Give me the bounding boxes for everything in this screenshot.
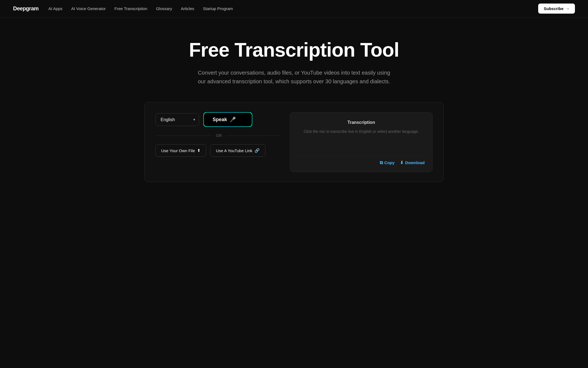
nav-link-ai-apps[interactable]: AI Apps bbox=[48, 6, 63, 11]
page-title: Free Transcription Tool bbox=[189, 39, 399, 61]
tool-controls: EnglishSpanishFrenchGermanJapaneseChines… bbox=[155, 112, 282, 127]
use-own-file-label: Use Your Own File bbox=[161, 148, 195, 153]
subscribe-button[interactable]: Subscribe → bbox=[538, 4, 575, 14]
link-icon: 🔗 bbox=[255, 148, 260, 153]
microphone-icon: 🎤 bbox=[230, 116, 236, 122]
copy-icon: ⧉ bbox=[380, 160, 383, 165]
transcription-hint: Click the mic to transcribe live in Engl… bbox=[298, 129, 425, 150]
divider-right bbox=[226, 136, 281, 136]
copy-button[interactable]: ⧉ Copy bbox=[380, 159, 395, 166]
nav-link-glossary[interactable]: Glossary bbox=[156, 6, 172, 11]
brand-name: Deepgram bbox=[13, 5, 39, 12]
speak-label: Speak bbox=[213, 117, 227, 122]
or-divider: OR bbox=[155, 133, 282, 138]
arrow-right-icon: → bbox=[566, 7, 569, 11]
nav-links: AI AppsAI Voice GeneratorFree Transcript… bbox=[48, 6, 233, 11]
nav-link-ai-voice-generator[interactable]: AI Voice Generator bbox=[71, 6, 106, 11]
speak-button[interactable]: Speak 🎤 bbox=[203, 112, 252, 127]
or-text: OR bbox=[216, 133, 222, 138]
language-select-wrapper[interactable]: EnglishSpanishFrenchGermanJapaneseChines… bbox=[155, 113, 199, 126]
upload-buttons: Use Your Own File ⬆ Use A YouTube Link 🔗 bbox=[155, 144, 282, 157]
tool-card: EnglishSpanishFrenchGermanJapaneseChines… bbox=[144, 102, 444, 182]
transcription-panel: Transcription Click the mic to transcrib… bbox=[290, 112, 433, 172]
hero-subtitle: Convert your conversations, audio files,… bbox=[196, 68, 392, 86]
use-youtube-link-button[interactable]: Use A YouTube Link 🔗 bbox=[210, 144, 265, 157]
upload-icon: ⬆ bbox=[197, 148, 201, 153]
nav-link-free-transcription[interactable]: Free Transcription bbox=[114, 6, 147, 11]
nav-link-articles[interactable]: Articles bbox=[181, 6, 194, 11]
download-icon: ⬇ bbox=[400, 160, 403, 165]
nav-left: Deepgram AI AppsAI Voice GeneratorFree T… bbox=[13, 5, 233, 12]
navigation: Deepgram AI AppsAI Voice GeneratorFree T… bbox=[0, 0, 588, 17]
download-button[interactable]: ⬇ Download bbox=[400, 159, 425, 166]
divider-left bbox=[157, 136, 212, 136]
download-label: Download bbox=[405, 160, 425, 165]
use-youtube-label: Use A YouTube Link bbox=[216, 148, 252, 153]
hero-section: Free Transcription Tool Convert your con… bbox=[0, 17, 588, 198]
copy-label: Copy bbox=[384, 160, 395, 165]
transcription-actions: ⧉ Copy ⬇ Download bbox=[298, 155, 425, 166]
transcription-title: Transcription bbox=[298, 120, 425, 125]
use-own-file-button[interactable]: Use Your Own File ⬆ bbox=[155, 144, 206, 157]
nav-link-startup-program[interactable]: Startup Program bbox=[203, 6, 233, 11]
logo[interactable]: Deepgram bbox=[13, 5, 39, 12]
tool-left-panel: EnglishSpanishFrenchGermanJapaneseChines… bbox=[155, 112, 282, 172]
language-select[interactable]: EnglishSpanishFrenchGermanJapaneseChines… bbox=[155, 113, 199, 126]
